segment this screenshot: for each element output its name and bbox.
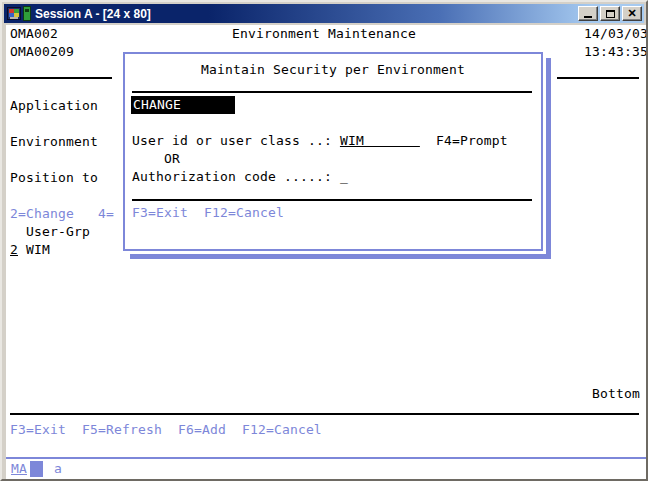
user-id-gap	[420, 133, 436, 148]
terminal-icon[interactable]	[7, 7, 21, 20]
terminal-icon-base	[10, 17, 18, 19]
or-label: OR	[132, 150, 180, 168]
popup-shadow-right	[546, 58, 551, 256]
header-rule-right	[557, 77, 639, 79]
auth-code-row: Authorization code .....: _	[132, 168, 348, 186]
screen-date: 14/03/03	[584, 25, 648, 43]
label-application: Application	[10, 97, 98, 115]
more-indicator: Bottom	[592, 385, 640, 403]
header-rule-left	[10, 77, 112, 79]
system-indicator: MA	[11, 461, 27, 477]
label-environment: Environment	[10, 133, 98, 151]
user-id-row: User id or user class ..: WIM F4=Prompt	[132, 132, 508, 150]
status-bar: MA a	[6, 457, 646, 479]
panel-id-2: OMA00209	[10, 43, 74, 61]
option-input-field[interactable]: 2	[10, 242, 18, 257]
footer-rule	[10, 413, 639, 415]
popup-shadow-bottom	[130, 254, 551, 259]
maximize-icon	[606, 10, 615, 18]
close-button[interactable]: ✕	[622, 6, 642, 21]
list-row-value: WIM	[18, 242, 50, 257]
column-header-user-grp: User-Grp	[26, 223, 90, 241]
popup-title: Maintain Security per Environment	[125, 61, 541, 79]
maximize-button[interactable]	[600, 6, 620, 21]
close-icon: ✕	[627, 7, 636, 20]
minimize-icon	[584, 16, 592, 18]
emulator-window: Session A - [24 x 80] ✕ OMA002 Environme…	[0, 0, 648, 481]
status-cursor-block	[30, 461, 43, 477]
window-controls: ✕	[576, 6, 642, 21]
popup-function-keys: F3=Exit F12=Cancel	[132, 204, 284, 222]
keyboard-indicator: a	[54, 461, 62, 477]
user-id-input-field[interactable]: WIM	[340, 133, 420, 148]
label-position-to: Position to	[10, 169, 98, 187]
f4-prompt-hint: F4=Prompt	[436, 133, 508, 148]
terminal-screen[interactable]: OMA002 Environment Maintenance 14/03/03 …	[6, 25, 646, 457]
popup-maintain-security: Maintain Security per Environment CHANGE…	[123, 52, 543, 251]
window-title: Session A - [24 x 80]	[35, 7, 576, 21]
panel-id: OMA002	[10, 25, 58, 43]
user-id-label: User id or user class ..:	[132, 133, 340, 148]
minimize-button[interactable]	[578, 6, 598, 21]
options-line: 2=Change 4=	[10, 205, 114, 223]
session-status-icon	[23, 6, 31, 21]
popup-rule-bottom	[132, 199, 532, 201]
auth-code-input-field[interactable]: _	[340, 169, 348, 184]
list-row: 2 WIM	[10, 241, 50, 259]
screen-time: 13:43:35	[584, 43, 648, 61]
titlebar[interactable]: Session A - [24 x 80] ✕	[4, 4, 644, 23]
popup-rule-top	[132, 91, 532, 93]
mode-field[interactable]: CHANGE	[131, 96, 235, 114]
auth-code-label: Authorization code .....:	[132, 169, 340, 184]
function-keys: F3=Exit F5=Refresh F6=Add F12=Cancel	[10, 421, 322, 439]
screen-title: Environment Maintenance	[232, 25, 416, 43]
